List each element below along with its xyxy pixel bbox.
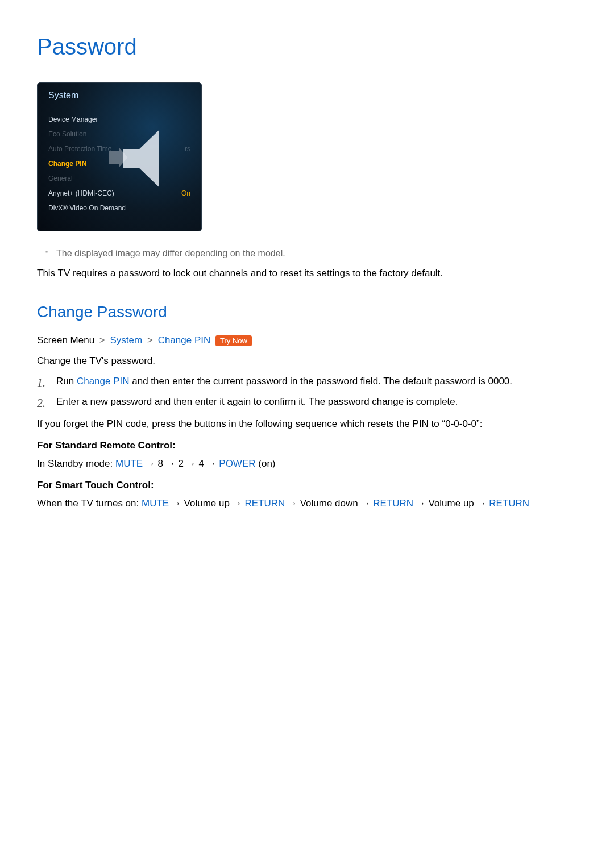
- tv-item-label: DivX® Video On Demand: [48, 204, 126, 212]
- seq-text: → Volume down →: [285, 498, 373, 509]
- tv-item-label: Anynet+ (HDMI-CEC): [48, 189, 114, 197]
- keyword-mute: MUTE: [115, 458, 143, 469]
- seq-text: In Standby mode:: [37, 458, 115, 469]
- seq-text: (on): [256, 458, 276, 469]
- model-note: " The displayed image may differ dependi…: [37, 248, 577, 259]
- step-text: and then enter the current password in t…: [130, 376, 512, 387]
- keyword-change-pin: Change PIN: [77, 376, 130, 387]
- speaker-icon: [115, 119, 195, 198]
- tv-item-label: Auto Protection Time: [48, 145, 111, 153]
- seq-text: → Volume up →: [169, 498, 244, 509]
- tv-menu-screenshot: System Device Manager Eco Solution Auto …: [37, 82, 202, 231]
- step-number: 1.: [37, 375, 45, 391]
- forget-text: If you forget the PIN code, press the bu…: [37, 417, 577, 431]
- step-number: 2.: [37, 395, 45, 411]
- seq-text: When the TV turnes on:: [37, 498, 142, 509]
- tv-item-label: Change PIN: [48, 160, 86, 168]
- intro-text: This TV requires a password to lock out …: [37, 267, 577, 280]
- step-text: Enter a new password and then enter it a…: [56, 396, 458, 407]
- tv-menu-title: System: [48, 90, 78, 101]
- keyword-return: RETURN: [373, 498, 413, 509]
- steps-list: 1. Run Change PIN and then enter the cur…: [56, 375, 577, 409]
- smart-touch-sequence: When the TV turnes on: MUTE → Volume up …: [37, 497, 577, 510]
- standard-remote-label: For Standard Remote Control:: [37, 440, 577, 451]
- smart-touch-label: For Smart Touch Control:: [37, 480, 577, 491]
- seq-text: → Volume up →: [413, 498, 489, 509]
- path-system: System: [110, 335, 143, 346]
- note-text: The displayed image may differ depending…: [56, 248, 285, 259]
- path-prefix: Screen Menu: [37, 335, 94, 346]
- menu-path: Screen Menu > System > Change PIN Try No…: [37, 335, 577, 346]
- step-2: 2. Enter a new password and then enter i…: [56, 395, 577, 409]
- tv-item-label: Device Manager: [48, 115, 98, 123]
- tv-item-label: General: [48, 175, 73, 182]
- page-title: Password: [37, 34, 577, 60]
- tv-menu-item: DivX® Video On Demand: [48, 201, 190, 215]
- step-text: Run: [56, 376, 77, 387]
- try-now-badge[interactable]: Try Now: [215, 335, 252, 346]
- keyword-return: RETURN: [489, 498, 529, 509]
- standard-remote-sequence: In Standby mode: MUTE → 8 → 2 → 4 → POWE…: [37, 457, 577, 471]
- step-1: 1. Run Change PIN and then enter the cur…: [56, 375, 577, 388]
- section-title-change-password: Change Password: [37, 303, 577, 321]
- keyword-mute: MUTE: [142, 498, 169, 509]
- keyword-power: POWER: [219, 458, 255, 469]
- seq-text: → 8 → 2 → 4 →: [143, 458, 219, 469]
- note-mark-icon: ": [37, 248, 56, 257]
- keyword-return: RETURN: [244, 498, 285, 509]
- path-change-pin: Change PIN: [158, 335, 211, 346]
- chevron-right-icon: >: [99, 335, 105, 346]
- tv-item-label: Eco Solution: [48, 130, 86, 138]
- change-subtext: Change the TV's password.: [37, 355, 577, 367]
- chevron-right-icon: >: [147, 335, 153, 346]
